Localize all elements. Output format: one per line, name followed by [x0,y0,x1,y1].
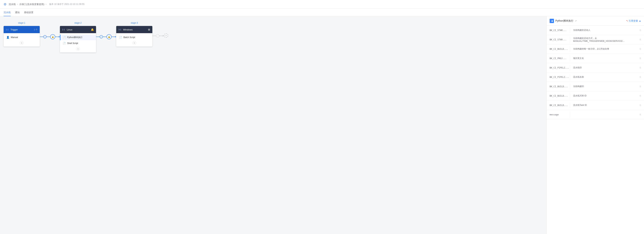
var-row-5: BK_CI_PIPELI... 流水线名称 ⎘ [547,72,644,82]
right-panel: ◀ Python脚本执行 ↗ ↑ 引用变量 ▲ BK_CI_STAR... 当前… [546,16,644,234]
manual-icon: 👤 [6,36,10,39]
tab-notify[interactable]: 通知 [15,9,20,16]
breadcrumb-version: 版本 10 保存于 2021-12-10 11:36:55 [49,3,84,6]
conn-line-3b [159,36,163,36]
tab-pipeline[interactable]: 流水线 [4,9,11,16]
job-1-1: 1-1 Trigger 1 个 👤 Manual [4,26,40,46]
var-value-4: 流水线ID [570,64,637,71]
var-value-0: 当前构建的启动人 [570,27,637,33]
conn-line-1c [55,37,59,37]
logo-icon: ⚙ [4,2,6,6]
var-key-1: BK_CI_STAR... [547,37,570,43]
ref-btn-label[interactable]: 引用变量 [629,19,638,22]
panel-header: ◀ Python脚本执行 ↗ ↑ 引用变量 ▲ [547,16,644,26]
breadcrumb-sep2: > [45,3,47,5]
ref-arrow-icon: ↑ [625,19,629,23]
breadcrumb-middle[interactable]: 示例三(流水线变量使用) [19,3,44,6]
var-value-2: 当前构建的唯一标示ID，从1开始自增 [570,46,637,52]
var-copy-3[interactable]: ⎘ [637,57,644,60]
header: ⚙ 流水线 > 示例三(流水线变量使用) > 版本 10 保存于 2021-12… [0,0,644,9]
var-value-1: 当前构建的启动方式，从MANUAL/TIME_TRIGGER/WEB_HOOK/… [570,35,637,44]
tabs-bar: 流水线 通知 基础设置 [0,9,644,16]
job-2-1-header: 2-1 Linux 🔔 [60,26,96,33]
stage-2-wrapper: stage-2 2-1 Linux 🔔 [60,22,116,52]
var-value-5: 流水线名称 [570,74,637,80]
var-row-3: BK_CI_PROJ... 项目英文名 ⎘ [547,54,644,63]
job-1-1-count: 1 个 [34,28,38,31]
task-add-btn-1[interactable]: + [20,41,24,45]
var-copy-2[interactable]: ⎘ [637,48,644,50]
panel-ext-link[interactable]: ↗ [575,20,577,22]
var-copy-5[interactable]: ⎘ [637,76,644,78]
main-area: stage-1 1-1 Trigger 1 个 [0,16,644,234]
var-row-8: BK_CI_BUILD... 流水线Task ID ⎘ [547,101,644,110]
var-value-7: 流水线JOB ID [570,92,637,99]
stage-3-label: stage-3 [131,22,138,24]
var-row-6: BK_CI_BUILD... 当前构建ID ⎘ [547,82,644,91]
var-value-6: 当前构建ID [570,83,637,90]
var-key-7: BK_CI_BUILD... [547,93,570,99]
job-2-1-title: Linux [67,28,72,31]
stage-add-button[interactable]: + [164,33,168,38]
task-shell-script[interactable]: 📄 Shell Script [60,40,96,46]
breadcrumb-sep1: > [17,3,18,5]
stages-container: stage-1 1-1 Trigger 1 个 [4,22,543,52]
breadcrumb: 流水线 > 示例三(流水线变量使用) > 版本 10 保存于 2021-12-1… [9,3,84,6]
task-python-script-name: Python脚本执行 [67,36,82,39]
windows-icon: ⊞ [148,28,150,31]
job-1-1-left: 1-1 Trigger [6,28,18,31]
tab-settings[interactable]: 基础设置 [24,9,34,16]
task-manual[interactable]: 👤 Manual [4,35,40,40]
stage-1: stage-1 1-1 Trigger 1 个 [4,22,40,46]
var-key-4: BK_CI_PIPELI... [547,65,570,71]
connector-1-2: + 🔒 [40,22,60,39]
panel-toggle-btn[interactable]: ◀ [550,19,554,23]
var-copy-0[interactable]: ⎘ [637,29,644,31]
stage-3-wrapper: stage-3 3-1 Windows ⊞ [116,22,164,46]
var-copy-4[interactable]: ⎘ [637,66,644,69]
stage-1-label: stage-1 [18,22,25,24]
python-script-icon: 📄 [63,36,66,39]
breadcrumb-root[interactable]: 流水线 [9,3,16,6]
plus-circle-2[interactable]: + [100,35,103,38]
var-row-1: BK_CI_STAR... 当前构建的启动方式，从MANUAL/TIME_TRI… [547,35,644,44]
task-add-btn-3[interactable]: + [132,41,136,45]
job-3-1: 3-1 Windows ⊞ 📄 Batch Script [116,26,152,46]
lock-circle-2[interactable]: 🔒 [106,34,112,39]
job-2-1-body: 📄 Python脚本执行 ← 📄 Shell Script [60,33,96,52]
conn-line-1a [40,37,43,37]
lock-circle-1[interactable]: 🔒 [50,34,55,39]
panel-title: Python脚本执行 [556,19,574,22]
plus-circle-3[interactable]: + [156,34,159,37]
var-copy-6[interactable]: ⎘ [637,85,644,88]
panel-header-left: ◀ Python脚本执行 ↗ [550,19,577,23]
task-add-btn-2[interactable]: + [76,47,80,51]
var-key-2: BK_CI_BUILD... [547,46,570,52]
job-3-1-left: 3-1 Windows [118,28,133,31]
panel-ref-btn[interactable]: ↑ 引用变量 ▲ [626,19,641,23]
var-row-9: message ⎘ [547,110,644,119]
task-add-2[interactable]: + [60,46,96,51]
var-key-3: BK_CI_PROJ... [547,55,570,61]
var-copy-1[interactable]: ⎘ [637,38,644,41]
conn-line-2a [96,37,100,37]
job-3-1-number: 3-1 [118,28,121,31]
job-2-1: 2-1 Linux 🔔 📄 Python脚本执行 ← [60,26,96,52]
var-copy-8[interactable]: ⎘ [637,104,644,107]
task-batch-script-name: Batch Script [124,36,135,38]
task-batch-script[interactable]: 📄 Batch Script [116,35,152,40]
var-key-8: BK_CI_BUILD... [547,102,570,108]
var-copy-9[interactable]: ⎘ [637,113,644,116]
job-2-1-left: 2-1 Linux [62,28,72,31]
pipeline-canvas: stage-1 1-1 Trigger 1 个 [0,16,546,234]
plus-circle-1[interactable]: + [43,35,46,38]
task-add-1[interactable]: + [4,40,40,45]
task-add-3[interactable]: + [116,40,152,45]
job-2-1-number: 2-1 [62,28,65,31]
var-copy-7[interactable]: ⎘ [637,94,644,97]
job-1-1-body: 👤 Manual + [4,33,40,46]
task-shell-script-name: Shell Script [67,42,78,44]
task-python-script[interactable]: 📄 Python脚本执行 ← [60,35,96,40]
job-3-1-title: Windows [123,28,133,31]
ref-btn-chevron: ▲ [639,19,641,22]
